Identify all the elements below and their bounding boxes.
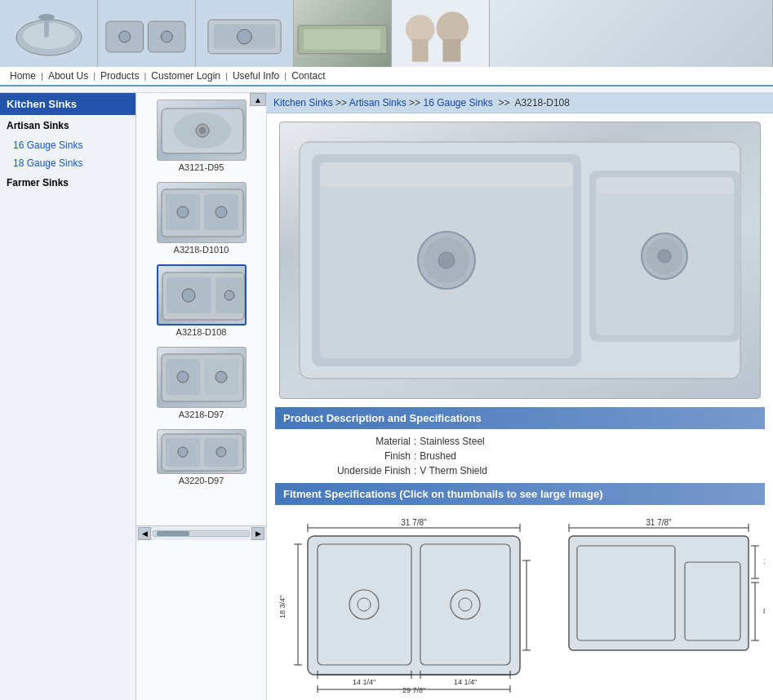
nav-products[interactable]: Products: [97, 70, 142, 82]
nav-useful-info[interactable]: Useful Info: [229, 70, 282, 82]
thumb-img-a3220-d97: [157, 429, 247, 474]
svg-rect-58: [308, 536, 520, 675]
svg-point-40: [216, 447, 226, 457]
nav-bar: Home | About Us | Products | Customer Lo…: [0, 67, 773, 86]
sidebar-title: Kitchen Sinks: [0, 93, 135, 115]
svg-point-6: [119, 31, 131, 42]
svg-text:8": 8": [763, 607, 765, 615]
breadcrumb: Kitchen Sinks >> Artisan Sinks >> 16 Gau…: [267, 93, 773, 113]
scroll-left-button[interactable]: ◀: [138, 527, 151, 540]
thumbnail-a3218-d97[interactable]: A3218-D97: [136, 342, 266, 424]
svg-rect-53: [596, 177, 734, 193]
specs-header: Product Description and Specifications: [275, 407, 765, 429]
thumbnail-a3121-d95[interactable]: A3121-D95: [136, 95, 266, 177]
sidebar-item-18-gauge[interactable]: 18 Gauge Sinks: [0, 154, 135, 172]
breadcrumb-current: A3218-D108: [515, 97, 570, 109]
fitment-diagram-top[interactable]: 31 7/8" 18 3/4": [275, 513, 536, 693]
thumb-label-a3220-d97: A3220-D97: [143, 476, 260, 485]
breadcrumb-sep-2: >>: [409, 97, 423, 109]
thumbnail-a3220-d97[interactable]: A3220-D97: [136, 424, 266, 490]
fitment-header: Fitment Specifications (Click on thumbna…: [275, 483, 765, 505]
fitment-diagram-side[interactable]: 31 7/8" 10" 8": [553, 513, 765, 693]
breadcrumb-16-gauge[interactable]: 16 Gauge Sinks: [423, 97, 492, 109]
nav-sep-2: |: [93, 71, 96, 81]
svg-point-30: [224, 290, 234, 300]
svg-point-29: [182, 289, 195, 302]
thumb-img-a3218-d97: [157, 347, 247, 408]
svg-text:29 7/8": 29 7/8": [402, 686, 425, 693]
svg-point-20: [199, 127, 206, 134]
sidebar-item-artisan-sinks[interactable]: Artisan Sinks: [0, 115, 135, 136]
content-area: Kitchen Sinks >> Artisan Sinks >> 16 Gau…: [267, 93, 773, 700]
nav-home[interactable]: Home: [7, 70, 39, 82]
spec-sep-underside: :: [414, 465, 416, 476]
spec-row-material: Material : Stainless Steel: [283, 436, 757, 447]
banner-slot-4: [294, 0, 392, 67]
svg-rect-16: [442, 39, 460, 62]
sidebar-item-farmer-sinks[interactable]: Farmer Sinks: [0, 172, 135, 193]
spec-value-material: Stainless Steel: [420, 436, 484, 447]
svg-rect-52: [320, 162, 573, 187]
spec-row-underside-finish: Underside Finish : V Therm Shield: [283, 465, 757, 476]
banner-slot-2: [98, 0, 196, 67]
scrollbar-track[interactable]: [153, 530, 250, 537]
spec-label-underside: Underside Finish: [283, 465, 414, 476]
svg-point-7: [161, 31, 172, 42]
nav-contact[interactable]: Contact: [288, 70, 328, 82]
nav-sep-3: |: [144, 71, 146, 81]
thumb-img-a3121-d95: [157, 100, 247, 161]
thumb-label-a3218-d97: A3218-D97: [143, 410, 260, 419]
spec-sep-material: :: [414, 436, 416, 447]
header-banner: [0, 0, 773, 67]
nav-about-us[interactable]: About Us: [45, 70, 91, 82]
thumb-scrollbar: ◀ ▶: [136, 525, 266, 540]
svg-point-3: [38, 14, 55, 20]
nav-sep-4: |: [225, 71, 228, 81]
svg-rect-89: [569, 536, 749, 650]
spec-row-finish: Finish : Brushed: [283, 450, 757, 462]
thumbnail-a3218-d108[interactable]: A3218-D108: [136, 259, 266, 342]
fitment-diagram: 31 7/8" 18 3/4": [267, 505, 773, 700]
svg-point-51: [658, 250, 671, 263]
spec-value-finish: Brushed: [420, 450, 456, 462]
sidebar-item-16-gauge[interactable]: 16 Gauge Sinks: [0, 136, 135, 154]
banner-slot-6: [490, 0, 773, 67]
svg-point-25: [215, 206, 227, 218]
svg-point-10: [238, 29, 252, 44]
banner-slot-1: [0, 0, 98, 67]
product-main-image: [279, 122, 761, 399]
spec-sep-finish: :: [414, 450, 416, 462]
svg-point-24: [177, 206, 189, 218]
breadcrumb-artisan-sinks[interactable]: Artisan Sinks: [349, 97, 406, 109]
svg-point-46: [438, 252, 455, 268]
svg-text:31 7/8": 31 7/8": [646, 518, 672, 527]
svg-point-35: [215, 371, 227, 383]
spec-label-material: Material: [283, 436, 414, 447]
svg-text:14 1/4": 14 1/4": [353, 678, 375, 686]
svg-point-34: [177, 371, 189, 383]
thumbnail-a3218-d1010[interactable]: A3218-D1010: [136, 177, 266, 259]
scroll-right-button[interactable]: ▶: [251, 527, 264, 540]
svg-rect-12: [304, 29, 380, 50]
spec-label-finish: Finish: [283, 450, 414, 462]
banner-slot-5: [392, 0, 490, 67]
svg-point-39: [178, 447, 188, 457]
scroll-up-button[interactable]: ▲: [250, 93, 266, 106]
breadcrumb-sep-3: >>: [495, 97, 514, 109]
svg-text:10": 10": [763, 557, 765, 565]
nav-sep-1: |: [41, 71, 43, 81]
svg-text:18 3/4": 18 3/4": [278, 596, 287, 618]
svg-text:14 1/4": 14 1/4": [454, 678, 477, 686]
breadcrumb-kitchen-sinks[interactable]: Kitchen Sinks: [273, 97, 333, 109]
thumb-label-a3121-d95: A3121-D95: [143, 162, 260, 172]
sidebar: Kitchen Sinks Artisan Sinks 16 Gauge Sin…: [0, 93, 136, 700]
specs-table: Material : Stainless Steel Finish : Brus…: [283, 436, 757, 476]
spec-value-underside: V Therm Shield: [420, 465, 486, 476]
scrollbar-thumb: [157, 531, 189, 536]
main-content: Kitchen Sinks Artisan Sinks 16 Gauge Sin…: [0, 93, 773, 700]
thumb-panel: ▲ A3121-D95: [136, 93, 267, 700]
nav-customer-login[interactable]: Customer Login: [148, 70, 224, 82]
nav-sep-5: |: [284, 71, 287, 81]
svg-text:31 7/8": 31 7/8": [401, 518, 427, 527]
thumb-img-a3218-d1010: [157, 182, 247, 243]
